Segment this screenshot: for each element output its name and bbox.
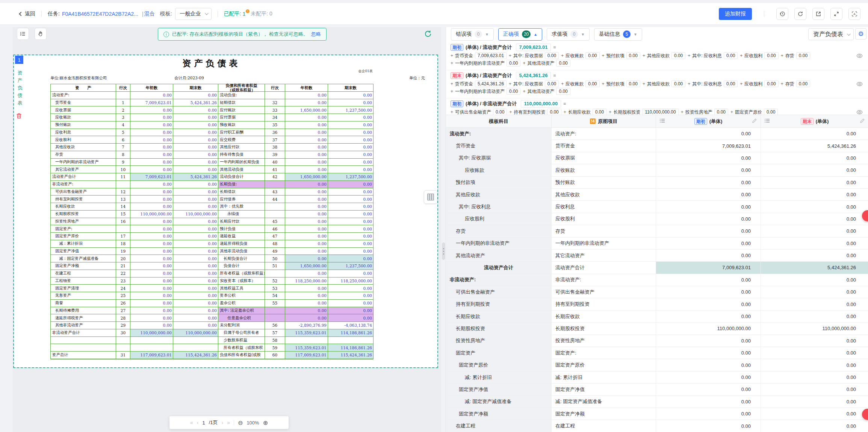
table-row[interactable]: 应收股利应收股利0.000.00: [446, 213, 868, 225]
closing-value-cell[interactable]: 0.00: [761, 408, 868, 420]
opening-value-cell[interactable]: 0.00: [656, 311, 761, 323]
first-page-button[interactable]: «: [190, 420, 193, 426]
formula-item-value[interactable]: 0.00: [724, 80, 738, 87]
focus-mode-button[interactable]: A: [848, 8, 860, 20]
zoom-in-button[interactable]: ⊕: [263, 419, 268, 426]
eye-icon[interactable]: [856, 109, 863, 115]
table-row[interactable]: 在建工程在建工程0.000.00: [446, 420, 868, 432]
fullscreen-button[interactable]: [830, 8, 842, 20]
settings-button[interactable]: ⚙: [855, 28, 866, 39]
balance-sheet-document[interactable]: 资产负债表 会企01表 单位:丽水金汛股权投资有限公司 会计月:2023-09 …: [14, 55, 437, 367]
table-row[interactable]: 其中: 应收利息应收利息0.000.00: [446, 201, 868, 213]
formula-item-value[interactable]: 0.00: [585, 52, 599, 59]
table-row[interactable]: 流动资产:流动资产:0.000.00: [446, 128, 868, 140]
formula-item-value[interactable]: 0.00: [764, 80, 778, 87]
formula-total-value[interactable]: 110,000,000.00: [521, 100, 561, 108]
closing-value-cell[interactable]: 0.00: [761, 201, 868, 213]
formula-item-value[interactable]: 0.00: [626, 52, 640, 59]
formula-item-value[interactable]: 0.00: [556, 60, 570, 67]
closing-value-cell[interactable]: 0.00: [761, 225, 868, 237]
ignore-link[interactable]: 忽略: [311, 31, 321, 38]
tab-基础信息[interactable]: 基础信息5▼: [594, 28, 642, 41]
opening-value-cell[interactable]: 0.00: [656, 420, 761, 432]
table-row[interactable]: 固定资产净值固定资产净值0.000.00: [446, 383, 868, 396]
closing-value-cell[interactable]: 0.00: [761, 250, 868, 262]
zoom-out-button[interactable]: ⊖: [238, 419, 243, 426]
formula-item-value[interactable]: 0.00: [493, 109, 507, 115]
closing-value-cell[interactable]: 5,424,361.26: [761, 262, 868, 274]
formula-item-value[interactable]: 110,000,000.00: [642, 109, 679, 115]
closing-value-cell[interactable]: 0.00: [761, 128, 868, 140]
formula-total-value[interactable]: 7,009,623.01: [516, 44, 551, 51]
hand-tool-button[interactable]: [35, 28, 47, 40]
closing-value-cell[interactable]: 0.00: [761, 274, 868, 286]
eye-icon[interactable]: [856, 81, 863, 88]
closing-value-cell[interactable]: 0.00: [761, 286, 868, 298]
opening-value-cell[interactable]: 0.00: [656, 383, 761, 396]
closing-value-cell[interactable]: 0.00: [761, 335, 868, 347]
table-row[interactable]: 一年内到期的非流动资产一年内到期的非流动资产0.000.00: [446, 238, 868, 250]
formula-item-value[interactable]: 0.00: [507, 88, 520, 95]
closing-value-cell[interactable]: 0.00: [761, 213, 868, 225]
closing-value-cell[interactable]: 0.00: [761, 298, 868, 310]
list-menu-icon[interactable]: [660, 118, 665, 124]
outline-tool-button[interactable]: [17, 28, 29, 40]
opening-value-cell[interactable]: 0.00: [656, 164, 761, 176]
closing-value-cell[interactable]: 0.00: [761, 420, 868, 432]
refresh-button[interactable]: [794, 8, 806, 20]
prev-page-button[interactable]: ‹: [197, 420, 199, 426]
eye-icon[interactable]: [856, 53, 863, 60]
formula-item-value[interactable]: 0.00: [545, 52, 559, 59]
formula-item-value[interactable]: 0.00: [714, 109, 728, 115]
table-row[interactable]: 货币资金货币资金7,009,623.015,424,361.26: [446, 140, 868, 152]
formula-item-value[interactable]: 7,009,623.01: [475, 52, 507, 59]
closing-value-cell[interactable]: 0.00: [761, 396, 868, 408]
table-row[interactable]: 流动资产合计流动资产合计7,009,623.015,424,361.26: [446, 262, 868, 274]
formula-item-value[interactable]: 0.00: [764, 52, 778, 59]
warning-count-badge[interactable]: !4: [590, 118, 596, 124]
history-button[interactable]: [776, 8, 788, 20]
table-region-button[interactable]: [424, 190, 437, 204]
template-select[interactable]: 一般企业: [175, 8, 212, 20]
opening-value-cell[interactable]: 7,009,623.01: [656, 262, 761, 274]
edit-pencil-icon[interactable]: [752, 118, 757, 124]
opening-value-cell[interactable]: 110,000,000.00: [656, 323, 761, 335]
closing-value-cell[interactable]: 0.00: [761, 359, 868, 371]
formula-item-value[interactable]: 0.00: [764, 109, 778, 115]
opening-value-cell[interactable]: 0.00: [656, 189, 761, 201]
back-button[interactable]: 返回: [20, 11, 35, 17]
auto-match-icon[interactable]: [423, 29, 432, 38]
opening-value-cell[interactable]: 0.00: [656, 396, 761, 408]
closing-value-cell[interactable]: 0.00: [761, 238, 868, 250]
opening-value-cell[interactable]: 0.00: [656, 250, 761, 262]
opening-value-cell[interactable]: 7,009,623.01: [656, 140, 761, 152]
formula-total-value[interactable]: 5,424,361.26: [516, 72, 551, 79]
table-row[interactable]: 其他流动资产其它流动资产0.000.00: [446, 250, 868, 262]
table-row[interactable]: 减: 累计折旧减: 累计折旧0.000.00: [446, 371, 868, 383]
formula-item-value[interactable]: 0.00: [671, 80, 685, 87]
table-row[interactable]: 可供出售金融资产可供出售金融资产0.000.00: [446, 286, 868, 298]
next-page-button[interactable]: ›: [222, 420, 224, 426]
formula-item-value[interactable]: 0.00: [547, 109, 561, 115]
opening-value-cell[interactable]: 0.00: [656, 347, 761, 359]
closing-value-cell[interactable]: 0.00: [761, 371, 868, 383]
page-current[interactable]: 1: [202, 420, 205, 426]
opening-value-cell[interactable]: 0.00: [656, 152, 761, 164]
formula-item-value[interactable]: 0.00: [796, 52, 810, 59]
formula-item-value[interactable]: 0.00: [545, 80, 559, 87]
opening-value-cell[interactable]: 0.00: [656, 177, 761, 189]
closing-value-cell[interactable]: 0.00: [761, 152, 868, 164]
table-row[interactable]: 非流动资产:非流动资产:0.000.00: [446, 274, 868, 286]
table-row[interactable]: 投资性房地产投资性房地产0.000.00: [446, 335, 868, 347]
last-page-button[interactable]: »: [227, 420, 230, 426]
table-row[interactable]: 其他应收款其他应收款0.000.00: [446, 189, 868, 201]
opening-value-cell[interactable]: 0.00: [656, 286, 761, 298]
table-row[interactable]: 长期股权投资长期股权投资110,000,000.00110,000,000.00: [446, 323, 868, 335]
table-row[interactable]: 固定资产原价固定资产原价0.000.00: [446, 359, 868, 371]
opening-value-cell[interactable]: 0.00: [656, 274, 761, 286]
tab-正确项[interactable]: 正确项20▲: [498, 28, 542, 41]
formula-item-value[interactable]: 0.00: [724, 52, 738, 59]
formula-item-value[interactable]: 0.00: [585, 80, 599, 87]
append-report-button[interactable]: 追加财报: [719, 8, 752, 20]
opening-value-cell[interactable]: 0.00: [656, 213, 761, 225]
